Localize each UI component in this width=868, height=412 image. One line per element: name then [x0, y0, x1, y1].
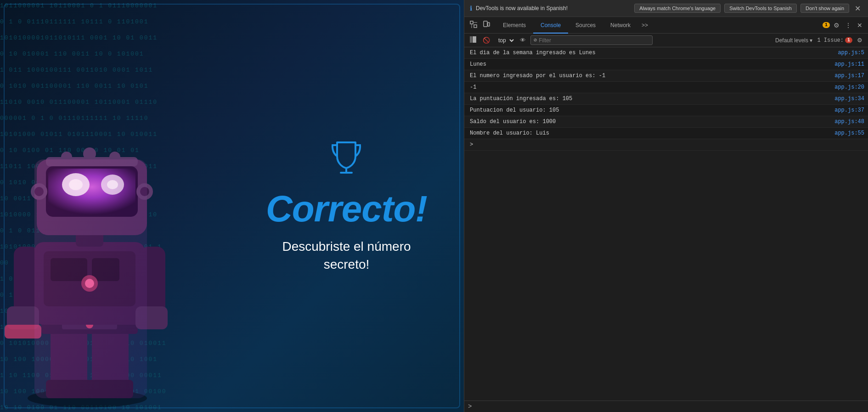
console-filter-input[interactable] [539, 37, 649, 44]
log-row-text: Lunes [466, 59, 834, 70]
svg-rect-38 [470, 21, 473, 24]
device-toolbar-button[interactable] [481, 19, 492, 31]
log-row-source-link[interactable]: app.js:17 [834, 70, 868, 81]
log-row-source-link[interactable]: app.js:48 [834, 116, 868, 127]
filter-icon: ⊘ [534, 37, 537, 44]
svg-rect-44 [470, 36, 472, 43]
close-devtools-button[interactable]: ✕ [855, 20, 864, 31]
devtools-right-icons: 1 ⚙ ⋮ ✕ [823, 20, 864, 31]
default-levels-button[interactable]: Default levels ▾ [773, 36, 814, 45]
console-log-row: Nombre del usuario: Luisapp.js:55 [464, 128, 868, 139]
console-expand-row: > [464, 139, 868, 151]
log-row-text: El dia de la semana ingresado es Lunes [466, 47, 838, 58]
console-toolbar: 🚫 top 👁 ⊘ Default levels ▾ 1 Issue: 1 ⚙ [464, 34, 868, 47]
devtools-tabbar: Elements Console Sources Network >> 1 ⚙ … [464, 17, 868, 34]
info-icon: ℹ [470, 5, 472, 12]
console-log-row: El numero ingresado por el usuario es: -… [464, 70, 868, 82]
svg-rect-43 [488, 23, 490, 26]
subtitle-line1: Descubriste el número [282, 239, 411, 254]
correcto-heading: Correcto! [266, 188, 427, 230]
devtools-notification-bar: ℹ DevTools is now available in Spanish! … [464, 0, 868, 17]
console-prompt-symbol: > [468, 403, 472, 410]
console-log-area: El dia de la semana ingresado es Lunesap… [464, 47, 868, 401]
tab-network[interactable]: Network [603, 17, 638, 34]
console-filter-box: ⊘ [530, 35, 653, 45]
svg-rect-42 [484, 21, 487, 27]
more-options-button[interactable]: ⋮ [843, 20, 853, 31]
tab-console[interactable]: Console [533, 17, 568, 34]
console-sidebar-toggle[interactable] [468, 35, 478, 45]
log-row-source-link[interactable]: app.js:34 [834, 93, 868, 104]
issues-count-badge: 1 [845, 37, 852, 43]
console-settings-button[interactable]: ⚙ [855, 36, 864, 45]
console-eye-button[interactable]: 👁 [518, 36, 528, 45]
issues-counter: 1 Issue: 1 [817, 37, 852, 44]
console-log-row: La puntuación ingresada es: 105app.js:34 [464, 93, 868, 105]
issues-label: 1 Issue: [817, 37, 844, 44]
console-log-row: El dia de la semana ingresado es Lunesap… [464, 47, 868, 59]
browser-panel: 1011000001 10110001 0 1 011100000010 1 0… [0, 0, 464, 412]
console-log-row: Lunesapp.js:11 [464, 59, 868, 70]
log-row-source-link[interactable]: app.js:11 [834, 59, 868, 70]
tab-elements[interactable]: Elements [496, 17, 533, 34]
console-input[interactable] [474, 403, 864, 410]
error-badge: 1 [823, 22, 830, 28]
trophy-icon [328, 139, 365, 181]
console-context-dropdown[interactable]: top [495, 36, 515, 45]
settings-button[interactable]: ⚙ [832, 20, 841, 31]
console-log-row: Puntuacion del usuario: 105app.js:37 [464, 105, 868, 116]
log-row-source-link[interactable]: app.js:55 [834, 128, 868, 139]
subtitle-line2: secreto! [324, 257, 370, 271]
subtitle-text: Descubriste el número secreto! [282, 237, 411, 273]
log-row-text: Nombre del usuario: Luis [466, 128, 834, 139]
console-log-row: -1app.js:20 [464, 82, 868, 93]
log-row-source-link[interactable]: app.js:37 [834, 105, 868, 116]
notification-close-button[interactable]: ✕ [853, 4, 862, 13]
dont-show-again-button[interactable]: Don't show again [800, 4, 849, 13]
log-row-text: La puntuación ingresada es: 105 [466, 93, 834, 104]
robot-illustration [0, 86, 220, 412]
text-area: Correcto! Descubriste el número secreto! [266, 139, 427, 273]
console-clear-button[interactable]: 🚫 [481, 36, 492, 45]
switch-devtools-button[interactable]: Switch DevTools to Spanish [724, 4, 797, 13]
svg-rect-45 [473, 36, 476, 43]
log-row-text: El numero ingresado por el usuario es: -… [466, 70, 834, 81]
log-row-text: -1 [466, 82, 834, 93]
svg-rect-39 [474, 25, 477, 28]
devtools-panel: ℹ DevTools is now available in Spanish! … [464, 0, 868, 412]
svg-rect-35 [34, 159, 147, 398]
log-row-text: Saldo del usuario es: 1000 [466, 116, 834, 127]
log-row-text: Puntuacion del usuario: 105 [466, 105, 834, 116]
always-match-button[interactable]: Always match Chrome's language [634, 4, 721, 13]
devtools-left-icons [468, 19, 492, 31]
log-row-source-link[interactable]: app.js:5 [838, 47, 868, 58]
log-row-source-link[interactable]: app.js:20 [834, 82, 868, 93]
console-expand-arrow[interactable]: > [466, 139, 868, 150]
console-log-row: Saldo del usuario es: 1000app.js:48 [464, 116, 868, 128]
tab-sources[interactable]: Sources [568, 17, 603, 34]
svg-point-33 [83, 147, 96, 160]
inspect-element-button[interactable] [468, 19, 479, 31]
console-input-row: > [464, 401, 868, 412]
notification-text: DevTools is now available in Spanish! [476, 5, 631, 11]
more-tabs-button[interactable]: >> [638, 20, 652, 30]
